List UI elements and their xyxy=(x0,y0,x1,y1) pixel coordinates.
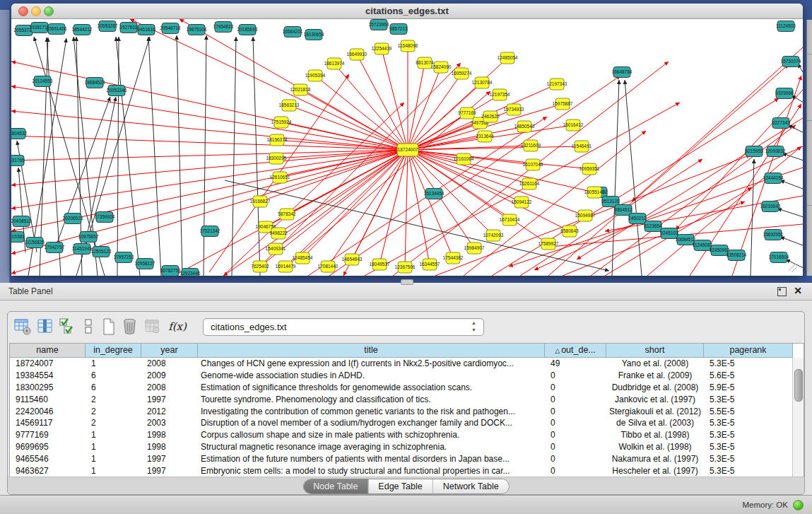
graph-node-label: 17942757 xyxy=(45,245,65,250)
graph-edge xyxy=(625,80,642,276)
table-panel-header: Table Panel ✕ xyxy=(0,283,812,300)
cell-short: Stergiakouli et al. (2012) xyxy=(606,406,704,418)
cell-in_degree: 1 xyxy=(86,465,141,477)
cell-name: 18724007 xyxy=(10,358,86,370)
cell-out_de: 0 xyxy=(545,441,606,453)
cell-pagerank: 5.3E-5 xyxy=(704,453,793,465)
network-view-window: citations_edges.txt 20553724193817152069… xyxy=(11,4,803,276)
graph-edge xyxy=(591,125,796,276)
float-panel-icon[interactable] xyxy=(777,287,787,296)
table-row[interactable]: 946362711997Embryonic stem cells: a mode… xyxy=(10,465,793,477)
select-all-icon[interactable] xyxy=(59,317,77,336)
graph-node-label: 16914479 xyxy=(276,264,296,269)
graph-node-label: 16648784 xyxy=(612,69,632,74)
table-row[interactable]: 969969511998Structural magnetic resonanc… xyxy=(10,441,793,453)
function-builder-icon[interactable]: f(x) xyxy=(166,317,189,336)
graph-node-label: 12130784 xyxy=(472,80,493,85)
graph-edge xyxy=(276,150,408,249)
graph-edge xyxy=(379,150,408,264)
unselect-all-icon[interactable] xyxy=(80,317,98,336)
graph-edge xyxy=(11,136,408,150)
table-row[interactable]: 2242004622012Investigating the contribut… xyxy=(10,406,793,418)
cell-title: Estimation of significance thresholds fo… xyxy=(198,382,545,394)
graph-edge xyxy=(253,37,260,276)
vertical-scrollbar[interactable] xyxy=(792,358,804,477)
graph-node-label: 15723964 xyxy=(369,22,389,27)
graph-node-label: 11245087 xyxy=(693,243,713,247)
table-selector-dropdown[interactable]: citations_edges.txt ▲▼ xyxy=(203,318,484,336)
graph-node-label: 19684523 xyxy=(85,80,105,85)
cell-year: 1998 xyxy=(141,429,198,441)
table-row[interactable]: 977716911998Corpus callosum shape and si… xyxy=(10,429,793,441)
column-header-out_de[interactable]: △out_de... xyxy=(545,344,606,358)
graph-edge xyxy=(777,209,803,217)
table-row[interactable]: 1872400712008Changes of HCN gene express… xyxy=(10,358,793,370)
splitter-handle[interactable] xyxy=(401,279,413,285)
table-row[interactable]: 1938455462009Genome-wide association stu… xyxy=(10,370,793,382)
column-header-year[interactable]: year xyxy=(141,344,198,358)
table-row[interactable]: 946554611997Estimation of the future num… xyxy=(10,453,793,465)
graph-node-label: 9498222 xyxy=(269,230,288,235)
window-titlebar[interactable]: citations_edges.txt xyxy=(11,4,803,19)
background-panel-sliver xyxy=(806,20,812,276)
table-tabs: Node TableEdge TableNetwork Table xyxy=(302,479,509,494)
table-row[interactable]: 911546021997Tourette syndrome. Phenomeno… xyxy=(10,394,793,406)
cell-short: Nakamura et al. (1997) xyxy=(606,453,704,465)
cell-name: 14569117 xyxy=(10,417,86,429)
column-header-name[interactable]: name xyxy=(10,344,86,358)
graph-node-label: 18613974 xyxy=(324,61,345,66)
graph-node-label: 10975857 xyxy=(78,234,99,239)
delete-trash-icon[interactable] xyxy=(121,317,139,336)
column-header-title[interactable]: title xyxy=(198,344,545,358)
cell-short: Hescheler et al. (1997) xyxy=(606,465,704,477)
close-panel-icon[interactable]: ✕ xyxy=(794,285,802,296)
column-header-short[interactable]: short xyxy=(606,344,704,358)
cell-pagerank: 5.3E-5 xyxy=(704,394,793,406)
cell-year: 1997 xyxy=(141,453,198,465)
graph-node-label: 9777169 xyxy=(458,110,476,115)
scrollbar-thumb[interactable] xyxy=(794,369,803,402)
window-title: citations_edges.txt xyxy=(11,6,803,16)
tab-network-table[interactable]: Network Table xyxy=(433,479,509,493)
graph-node-label: 13211609 xyxy=(521,143,541,148)
cell-short: Tibbo et al. (1998) xyxy=(606,429,704,441)
graph-node-label: 10958127 xyxy=(135,261,155,266)
graph-node-label: 17515924 xyxy=(271,119,292,124)
graph-node-label: 9461616 xyxy=(137,27,155,32)
graph-node-label: 9329966 xyxy=(775,90,794,95)
graph-edge xyxy=(130,19,408,150)
graph-edge xyxy=(11,86,408,150)
table-settings-icon[interactable] xyxy=(13,317,32,336)
graph-node-label: 17016504 xyxy=(769,255,789,259)
graph-edge xyxy=(47,37,61,276)
new-document-icon[interactable] xyxy=(100,317,118,336)
graph-node-label: 16782759 xyxy=(160,268,181,273)
graph-node-label: 8123654 xyxy=(644,223,662,228)
cell-title: Disruption of a novel member of a sodium… xyxy=(198,417,545,429)
resize-grip-icon[interactable] xyxy=(789,264,797,272)
graph-node-label: 12444154 xyxy=(763,175,784,180)
graph-node-label: 8813074 xyxy=(416,60,434,65)
graph-node-label: 10959351 xyxy=(579,166,600,171)
graph-node-label: 12485054 xyxy=(498,55,518,60)
table-row[interactable]: 1456911722003Disruption of a novel membe… xyxy=(10,417,793,429)
tab-node-table[interactable]: Node Table xyxy=(303,479,368,493)
panel-title: Table Panel xyxy=(8,286,53,296)
tab-edge-table[interactable]: Edge Table xyxy=(368,479,433,493)
graph-node-label: 12197343 xyxy=(547,81,567,86)
show-columns-icon[interactable] xyxy=(36,317,54,336)
citation-network-graph[interactable]: 2055372419381715206914061854421210553287… xyxy=(11,19,803,276)
column-header-in_degree[interactable]: in_degree xyxy=(86,344,141,358)
cell-name: 9463627 xyxy=(10,465,86,477)
column-header-pagerank[interactable]: pagerank xyxy=(704,344,793,358)
graph-node-label: 19875104 xyxy=(187,27,207,32)
graph-node-label: 12161064 xyxy=(454,156,474,161)
network-canvas[interactable]: 2055372419381715206914061854421210553287… xyxy=(11,19,803,276)
graph-node-label: 17954823 xyxy=(213,24,234,29)
graph-node-label: 17081440 xyxy=(318,264,339,269)
graph-node-label: 20185693 xyxy=(237,27,258,32)
graph-edge xyxy=(405,150,408,267)
node-table: namein_degreeyeartitle△out_de...shortpag… xyxy=(9,343,804,478)
table-row[interactable]: 1830029562008Estimation of significance … xyxy=(10,382,793,394)
graph-node-label: 9227343 xyxy=(772,120,790,125)
